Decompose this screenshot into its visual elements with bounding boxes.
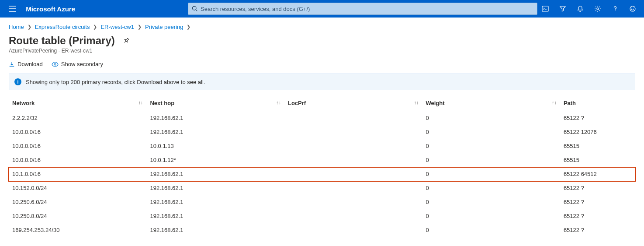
- cell-loc-prf: [284, 181, 422, 195]
- cell-weight: 0: [422, 209, 560, 223]
- feedback-smiley-icon[interactable]: [625, 0, 641, 18]
- cell-network: 10.250.8.0/24: [9, 209, 146, 223]
- svg-point-5: [631, 8, 632, 9]
- breadcrumb-circuit[interactable]: ER-west-cw1: [100, 24, 134, 30]
- cell-loc-prf: [284, 167, 422, 181]
- sort-icon[interactable]: ↑↓: [552, 100, 557, 105]
- cell-weight: 0: [422, 139, 560, 153]
- col-path[interactable]: Path: [560, 94, 635, 111]
- svg-point-3: [597, 8, 599, 10]
- breadcrumb-home[interactable]: Home: [9, 24, 24, 30]
- cell-loc-prf: [284, 139, 422, 153]
- table-row[interactable]: 10.152.0.0/24192.168.62.1065122 ?: [9, 181, 635, 195]
- chevron-right-icon: ❯: [186, 24, 191, 30]
- breadcrumb: Home ❯ ExpressRoute circuits ❯ ER-west-c…: [0, 18, 644, 33]
- cell-loc-prf: [284, 153, 422, 167]
- cell-path: 65122 ?: [560, 195, 635, 209]
- page-title: Route table (Primary): [9, 35, 115, 47]
- search-field[interactable]: [201, 6, 533, 12]
- cell-loc-prf: [284, 209, 422, 223]
- cell-network: 10.250.6.0/24: [9, 195, 146, 209]
- route-table: Network↑↓ Next hop↑↓ LocPrf↑↓ Weight↑↓ P…: [0, 94, 644, 237]
- menu-hamburger-button[interactable]: [3, 0, 21, 18]
- cell-loc-prf: [284, 111, 422, 125]
- cell-path: 65122 ?: [560, 223, 635, 237]
- table-row[interactable]: 2.2.2.2/32192.168.62.1065122 ?: [9, 111, 635, 125]
- brand-label: Microsoft Azure: [21, 5, 86, 13]
- download-icon: [9, 61, 15, 67]
- table-row[interactable]: 10.250.8.0/24192.168.62.1065122 ?: [9, 209, 635, 223]
- cell-path: 65122 ?: [560, 209, 635, 223]
- svg-line-1: [196, 10, 197, 11]
- table-header-row: Network↑↓ Next hop↑↓ LocPrf↑↓ Weight↑↓ P…: [9, 94, 635, 111]
- settings-gear-icon[interactable]: [590, 0, 606, 18]
- cell-next-hop: 192.168.62.1: [146, 111, 284, 125]
- cell-path: 65515: [560, 153, 635, 167]
- cell-next-hop: 10.0.1.13: [146, 139, 284, 153]
- table-row[interactable]: 10.250.6.0/24192.168.62.1065122 ?: [9, 195, 635, 209]
- cell-next-hop: 192.168.62.1: [146, 209, 284, 223]
- cell-network: 10.0.0.0/16: [9, 153, 146, 167]
- cell-next-hop: 192.168.62.1: [146, 195, 284, 209]
- breadcrumb-expressroute[interactable]: ExpressRoute circuits: [35, 24, 90, 30]
- cell-weight: 0: [422, 111, 560, 125]
- chevron-right-icon: ❯: [92, 24, 98, 30]
- svg-point-6: [634, 8, 634, 9]
- cell-network: 10.1.0.0/16: [9, 167, 146, 181]
- show-secondary-label: Show secondary: [61, 61, 103, 67]
- table-row[interactable]: 10.0.0.0/1610.0.1.12*065515: [9, 153, 635, 167]
- svg-point-7: [54, 63, 56, 65]
- cell-next-hop: 192.168.62.1: [146, 167, 284, 181]
- cell-next-hop: 192.168.62.1: [146, 223, 284, 237]
- cell-weight: 0: [422, 125, 560, 139]
- help-icon[interactable]: [607, 0, 623, 18]
- table-row[interactable]: 169.254.253.24/30192.168.62.1065122 ?: [9, 223, 635, 237]
- download-button[interactable]: Download: [9, 61, 43, 67]
- cell-weight: 0: [422, 153, 560, 167]
- svg-rect-2: [542, 6, 548, 11]
- chevron-right-icon: ❯: [137, 24, 142, 30]
- command-bar: Download Show secondary: [0, 58, 644, 72]
- col-weight[interactable]: Weight↑↓: [422, 94, 560, 111]
- download-label: Download: [17, 61, 43, 67]
- sort-icon[interactable]: ↑↓: [414, 100, 419, 105]
- page-subtitle: AzurePrivatePeering - ER-west-cw1: [0, 47, 644, 58]
- cloud-shell-icon[interactable]: [537, 0, 553, 18]
- sort-icon[interactable]: ↑↓: [276, 100, 281, 105]
- directory-filter-icon[interactable]: [555, 0, 571, 18]
- eye-icon: [52, 61, 59, 67]
- cell-next-hop: 192.168.62.1: [146, 181, 284, 195]
- breadcrumb-peering[interactable]: Private peering: [145, 24, 183, 30]
- cell-network: 10.0.0.0/16: [9, 125, 146, 139]
- cell-network: 2.2.2.2/32: [9, 111, 146, 125]
- table-row[interactable]: 10.0.0.0/1610.0.1.13065515: [9, 139, 635, 153]
- cell-path: 65122 64512: [560, 167, 635, 181]
- topbar-icons: [537, 0, 641, 18]
- sort-icon[interactable]: ↑↓: [138, 100, 143, 105]
- table-row[interactable]: 10.0.0.0/16192.168.62.1065122 12076: [9, 125, 635, 139]
- topbar: Microsoft Azure: [0, 0, 644, 18]
- col-loc-prf[interactable]: LocPrf↑↓: [284, 94, 422, 111]
- table-row[interactable]: 10.1.0.0/16192.168.62.1065122 64512: [9, 167, 635, 181]
- cell-loc-prf: [284, 223, 422, 237]
- cell-loc-prf: [284, 125, 422, 139]
- cell-network: 10.152.0.0/24: [9, 181, 146, 195]
- search-wrap: [188, 3, 537, 15]
- cell-network: 10.0.0.0/16: [9, 139, 146, 153]
- cell-next-hop: 10.0.1.12*: [146, 153, 284, 167]
- cell-weight: 0: [422, 167, 560, 181]
- cell-path: 65122 12076: [560, 125, 635, 139]
- info-icon: i: [14, 78, 21, 85]
- cell-weight: 0: [422, 181, 560, 195]
- cell-next-hop: 192.168.62.1: [146, 125, 284, 139]
- chevron-right-icon: ❯: [27, 24, 32, 30]
- cell-weight: 0: [422, 223, 560, 237]
- cell-loc-prf: [284, 195, 422, 209]
- global-search-input[interactable]: [188, 3, 537, 15]
- banner-text: Showing only top 200 primary records, cl…: [26, 79, 205, 85]
- svg-point-0: [192, 6, 196, 10]
- notifications-bell-icon[interactable]: [572, 0, 588, 18]
- col-network[interactable]: Network↑↓: [9, 94, 146, 111]
- show-secondary-button[interactable]: Show secondary: [52, 61, 103, 67]
- col-next-hop[interactable]: Next hop↑↓: [146, 94, 284, 111]
